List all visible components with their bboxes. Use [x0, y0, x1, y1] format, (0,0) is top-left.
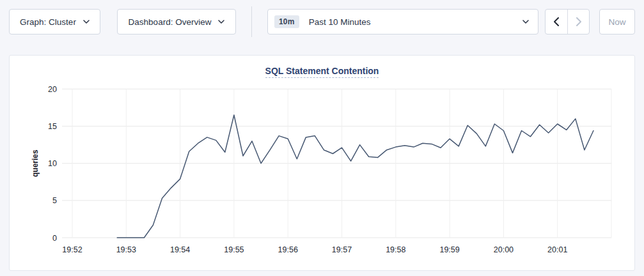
dashboard-dropdown[interactable]: Dashboard: Overview — [117, 9, 236, 34]
chevron-right-icon — [576, 17, 581, 26]
graph-dropdown[interactable]: Graph: Cluster — [9, 9, 100, 34]
dashboard-dropdown-label: Dashboard: Overview — [129, 17, 212, 27]
toolbar-divider — [251, 6, 252, 37]
chevron-down-icon — [83, 20, 90, 24]
x-tick-label: 19:56 — [278, 245, 298, 254]
sql-contention-chart: 0510152019:5219:5319:5419:5519:5619:5719… — [10, 56, 635, 271]
sql-statement-contention-card: 0510152019:5219:5319:5419:5519:5619:5719… — [9, 55, 635, 271]
time-range-label: Past 10 Minutes — [309, 17, 371, 27]
y-tick-label: 15 — [48, 122, 57, 131]
graph-dropdown-label: Graph: Cluster — [20, 17, 76, 27]
y-tick-label: 20 — [48, 85, 57, 94]
y-tick-label: 10 — [48, 159, 57, 168]
prev-interval-button[interactable] — [546, 10, 567, 34]
time-step-button-group — [545, 9, 590, 34]
x-tick-label: 19:58 — [386, 245, 405, 254]
x-tick-label: 19:55 — [224, 245, 244, 254]
x-tick-label: 20:01 — [547, 245, 567, 254]
chevron-down-icon — [522, 20, 529, 24]
time-range-badge: 10m — [274, 15, 299, 28]
y-tick-label: 5 — [52, 196, 57, 205]
series-line — [117, 115, 593, 238]
x-tick-label: 19:57 — [332, 245, 352, 254]
x-tick-label: 19:53 — [116, 245, 136, 254]
now-button-label: Now — [608, 17, 625, 27]
toolbar: Graph: Cluster Dashboard: Overview 10m P… — [9, 9, 635, 34]
x-tick-label: 20:00 — [494, 245, 514, 254]
next-interval-button[interactable] — [567, 10, 589, 34]
x-tick-label: 19:52 — [62, 245, 82, 254]
x-tick-label: 19:59 — [439, 245, 459, 254]
chart-title[interactable]: SQL Statement Contention — [265, 66, 379, 78]
chevron-down-icon — [218, 20, 224, 24]
chart-title-row: SQL Statement Contention — [10, 65, 634, 78]
now-button[interactable]: Now — [599, 9, 635, 34]
x-tick-label: 19:54 — [170, 245, 190, 254]
y-axis-title: queries — [31, 150, 40, 177]
y-tick-label: 0 — [52, 234, 57, 243]
chevron-left-icon — [554, 17, 560, 26]
time-range-dropdown[interactable]: 10m Past 10 Minutes — [267, 9, 538, 34]
